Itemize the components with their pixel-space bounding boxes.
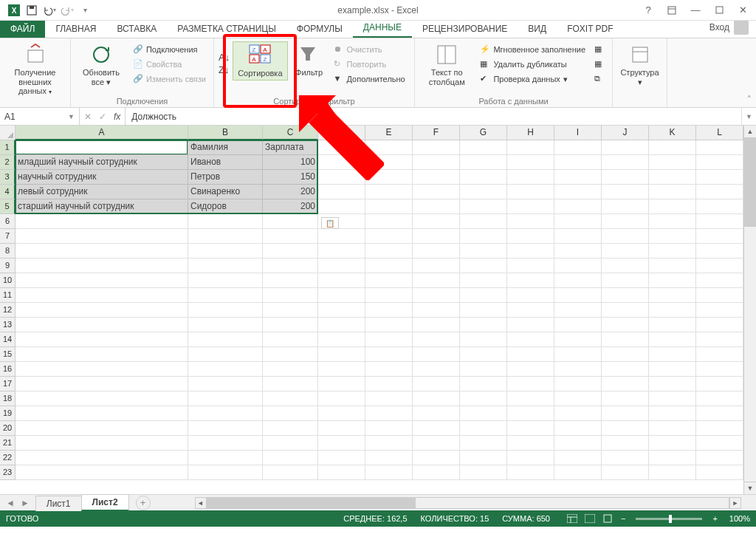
cell[interactable] [16,451,188,465]
formula-expand-icon[interactable]: ▼ [741,108,756,125]
cell[interactable] [188,391,263,406]
tab-data[interactable]: ДАННЫЕ [353,18,412,38]
cell[interactable] [413,436,460,451]
cell[interactable] [649,273,696,288]
row-header-3[interactable]: 3 [0,170,16,185]
cell[interactable] [460,140,507,155]
cell[interactable] [365,332,413,347]
tab-view[interactable]: ВИД [518,20,557,38]
row-header-17[interactable]: 17 [0,377,16,391]
cell[interactable] [188,318,263,332]
cell[interactable] [649,391,696,406]
cell[interactable] [365,244,413,259]
maximize-icon[interactable] [709,2,729,18]
row-header-15[interactable]: 15 [0,347,16,362]
row-header-9[interactable]: 9 [0,259,16,273]
cell[interactable] [413,155,460,170]
remove-duplicates-button[interactable]: ▦Удалить дубликаты [477,58,588,71]
cell[interactable] [263,303,318,318]
sort-asc-icon[interactable]: A↓ [219,52,230,63]
cell[interactable] [602,436,649,451]
add-sheet-button[interactable]: + [136,496,151,510]
row-header-18[interactable]: 18 [0,391,16,406]
cell[interactable] [554,140,602,155]
qat-customize-icon[interactable]: ▾ [77,2,93,18]
horizontal-scrollbar[interactable]: ◄ ► [195,497,741,509]
cell[interactable] [696,332,743,347]
cell[interactable] [696,170,743,185]
help-icon[interactable]: ? [638,2,659,18]
cell[interactable] [507,259,554,273]
properties-button[interactable]: 📄Свойства [130,58,209,71]
cell[interactable] [602,465,649,480]
cell[interactable] [507,288,554,303]
cell[interactable] [263,273,318,288]
fx-icon[interactable]: fx [114,112,120,122]
cell[interactable] [696,155,743,170]
cell[interactable] [263,332,318,347]
cell[interactable] [649,229,696,244]
cell[interactable] [554,318,602,332]
cell[interactable] [263,244,318,259]
cell[interactable] [413,318,460,332]
cell[interactable] [460,288,507,303]
cell[interactable]: научный сотрудник [16,170,188,185]
cell[interactable] [188,436,263,451]
cell[interactable] [554,436,602,451]
cell[interactable] [16,347,188,362]
cell[interactable] [263,347,318,362]
cell[interactable] [554,303,602,318]
cell[interactable] [649,288,696,303]
cell[interactable] [188,303,263,318]
cell[interactable] [318,436,365,451]
cell[interactable] [602,273,649,288]
cell[interactable] [696,303,743,318]
cell[interactable] [16,391,188,406]
cell[interactable] [696,451,743,465]
cell[interactable] [413,259,460,273]
cell[interactable] [16,421,188,436]
cell[interactable] [554,451,602,465]
scroll-up-icon[interactable]: ▲ [744,126,756,138]
cell[interactable] [188,214,263,229]
cell[interactable] [554,155,602,170]
col-header-F[interactable]: F [413,126,460,140]
cell[interactable] [696,362,743,377]
cell[interactable]: 200 [263,199,318,214]
cell[interactable] [649,185,696,199]
row-header-7[interactable]: 7 [0,229,16,244]
cell[interactable] [649,303,696,318]
cell[interactable] [16,259,188,273]
cell[interactable] [188,259,263,273]
row-header-19[interactable]: 19 [0,406,16,421]
tab-review[interactable]: РЕЦЕНЗИРОВАНИЕ [412,20,518,38]
cell[interactable] [16,318,188,332]
cell[interactable] [460,259,507,273]
cell[interactable] [318,288,365,303]
cell[interactable] [602,155,649,170]
scroll-right-icon[interactable]: ► [729,497,741,509]
whatif-button[interactable]: ▦ [591,58,608,71]
col-header-B[interactable]: B [188,126,263,140]
cell[interactable] [263,421,318,436]
cell[interactable] [507,140,554,155]
cell[interactable] [460,303,507,318]
cell[interactable] [507,199,554,214]
cell[interactable] [413,199,460,214]
col-header-K[interactable]: K [649,126,696,140]
cell[interactable] [649,170,696,185]
cell[interactable] [649,155,696,170]
name-box[interactable]: A1 ▼ [0,108,80,125]
cell[interactable] [696,214,743,229]
cell[interactable] [554,259,602,273]
cell[interactable] [602,451,649,465]
cell[interactable] [649,244,696,259]
cell[interactable] [649,214,696,229]
col-header-A[interactable]: A [16,126,188,140]
cell[interactable] [649,451,696,465]
cell[interactable] [16,273,188,288]
cell[interactable] [318,347,365,362]
cell[interactable] [188,244,263,259]
sheet-tab-2[interactable]: Лист2 [81,494,129,511]
paste-options-icon[interactable]: 📋 [321,217,339,229]
